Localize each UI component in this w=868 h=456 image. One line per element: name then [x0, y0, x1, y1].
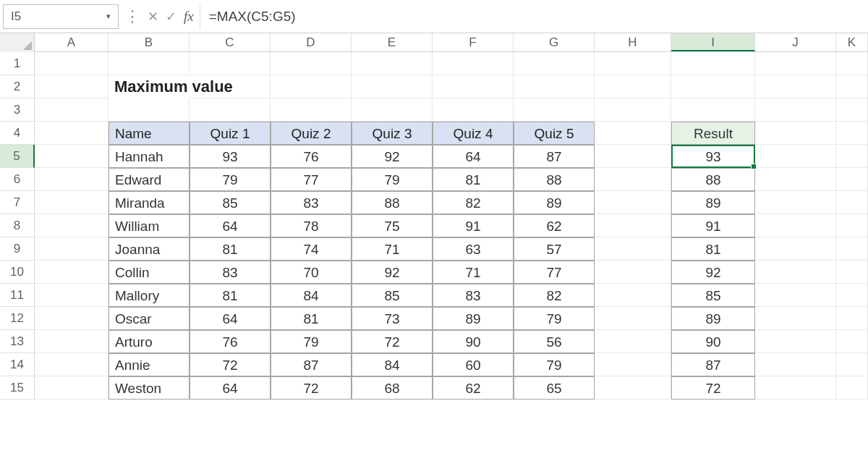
cell-q4[interactable]: 81	[433, 168, 514, 191]
cell[interactable]	[755, 261, 836, 284]
cell-name[interactable]: Weston	[109, 376, 190, 400]
cell-q5[interactable]: 89	[514, 191, 595, 214]
cell[interactable]	[836, 122, 868, 145]
cell[interactable]	[595, 376, 671, 400]
cell[interactable]	[595, 168, 671, 191]
cell[interactable]	[836, 168, 868, 191]
cell[interactable]	[514, 52, 595, 75]
cell[interactable]	[595, 284, 671, 307]
cell-q3[interactable]: 79	[352, 168, 433, 191]
cell-name[interactable]: Collin	[109, 261, 190, 284]
cell-q4[interactable]: 63	[433, 237, 514, 261]
cell[interactable]	[595, 75, 671, 98]
row-header-14[interactable]: 14	[0, 353, 35, 376]
cell-q2[interactable]: 81	[271, 307, 352, 330]
cell-q5[interactable]: 62	[514, 214, 595, 237]
cell-q5[interactable]: 65	[514, 376, 595, 400]
row-header-10[interactable]: 10	[0, 261, 35, 284]
cell-q5[interactable]: 79	[514, 353, 595, 376]
cell[interactable]	[35, 122, 109, 145]
cell-q1[interactable]: 81	[190, 284, 271, 307]
cell-q3[interactable]: 71	[352, 237, 433, 261]
cell-q5[interactable]: 56	[514, 330, 595, 353]
cell-q2[interactable]: 72	[271, 376, 352, 400]
cell[interactable]	[35, 330, 109, 353]
cell[interactable]	[836, 330, 868, 353]
cell[interactable]	[352, 52, 433, 75]
cell[interactable]	[352, 98, 433, 122]
cell[interactable]	[352, 75, 433, 98]
page-title[interactable]: Maximum value	[109, 75, 190, 98]
cell-q3[interactable]: 85	[352, 284, 433, 307]
row-header-12[interactable]: 12	[0, 307, 35, 330]
cell[interactable]	[595, 98, 671, 122]
cell[interactable]	[836, 214, 868, 237]
cell[interactable]	[836, 261, 868, 284]
cell-q5[interactable]: 88	[514, 168, 595, 191]
col-header-D[interactable]: D	[271, 33, 352, 51]
cell[interactable]	[595, 52, 671, 75]
row-header-15[interactable]: 15	[0, 376, 35, 400]
cell-q3[interactable]: 88	[352, 191, 433, 214]
cell[interactable]	[755, 52, 836, 75]
cell-q4[interactable]: 82	[433, 191, 514, 214]
select-all-corner[interactable]	[0, 33, 35, 52]
cell-q2[interactable]: 76	[271, 145, 352, 168]
th-q1[interactable]: Quiz 1	[190, 122, 271, 145]
formula-input[interactable]: =MAX(C5:G5)	[200, 4, 865, 29]
cell-name[interactable]: Oscar	[109, 307, 190, 330]
cell[interactable]	[595, 307, 671, 330]
col-header-K[interactable]: K	[836, 33, 868, 51]
cell[interactable]	[35, 261, 109, 284]
cell-q4[interactable]: 60	[433, 353, 514, 376]
cell[interactable]	[190, 98, 271, 122]
cell[interactable]	[836, 237, 868, 261]
cell-q1[interactable]: 79	[190, 168, 271, 191]
cell[interactable]	[109, 98, 190, 122]
cell-name[interactable]: Mallory	[109, 284, 190, 307]
fx-icon[interactable]: fx	[184, 9, 194, 25]
cell-q3[interactable]: 92	[352, 145, 433, 168]
cell-q1[interactable]: 93	[190, 145, 271, 168]
col-header-B[interactable]: B	[109, 33, 190, 51]
cell[interactable]	[755, 237, 836, 261]
cell[interactable]	[433, 75, 514, 98]
cell-name[interactable]: Hannah	[109, 145, 190, 168]
cell[interactable]	[190, 52, 271, 75]
cell-result[interactable]: 89	[671, 307, 755, 330]
cell-q3[interactable]: 92	[352, 261, 433, 284]
cell-q1[interactable]: 72	[190, 353, 271, 376]
th-q3[interactable]: Quiz 3	[352, 122, 433, 145]
cell[interactable]	[755, 145, 836, 168]
row-header-7[interactable]: 7	[0, 191, 35, 214]
col-header-E[interactable]: E	[352, 33, 433, 51]
cell-q4[interactable]: 90	[433, 330, 514, 353]
col-header-C[interactable]: C	[190, 33, 271, 51]
cell-q1[interactable]: 83	[190, 261, 271, 284]
cell[interactable]	[836, 284, 868, 307]
th-q4[interactable]: Quiz 4	[433, 122, 514, 145]
cell[interactable]	[35, 353, 109, 376]
cell[interactable]	[271, 52, 352, 75]
cell-q2[interactable]: 70	[271, 261, 352, 284]
cell-q4[interactable]: 91	[433, 214, 514, 237]
cell[interactable]	[35, 191, 109, 214]
cell[interactable]	[755, 330, 836, 353]
cell[interactable]	[35, 168, 109, 191]
cell-q2[interactable]: 84	[271, 284, 352, 307]
cell-q5[interactable]: 79	[514, 307, 595, 330]
cell[interactable]	[35, 75, 109, 98]
col-header-J[interactable]: J	[755, 33, 836, 51]
col-header-F[interactable]: F	[433, 33, 514, 51]
cell-q4[interactable]: 89	[433, 307, 514, 330]
cell[interactable]	[35, 98, 109, 122]
row-header-5[interactable]: 5	[0, 145, 35, 168]
col-header-G[interactable]: G	[514, 33, 595, 51]
cell-result[interactable]: 72	[671, 376, 755, 400]
row-header-4[interactable]: 4	[0, 122, 35, 145]
row-header-1[interactable]: 1	[0, 52, 35, 75]
cell[interactable]	[595, 330, 671, 353]
cell-q5[interactable]: 87	[514, 145, 595, 168]
cell-q1[interactable]: 76	[190, 330, 271, 353]
cell[interactable]	[514, 98, 595, 122]
